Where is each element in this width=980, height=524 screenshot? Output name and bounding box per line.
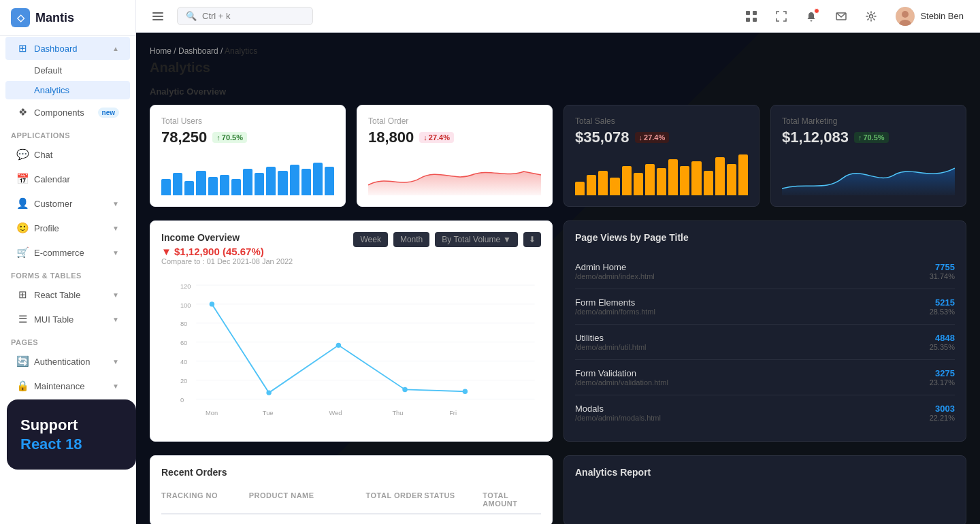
stat-label-order: Total Order bbox=[368, 116, 541, 126]
stat-card-order: Total Order 18,800 ↓ 27.4% bbox=[357, 105, 553, 207]
sidebar-item-chat[interactable]: 💬 Chat bbox=[5, 143, 130, 166]
income-compare: Compare to : 01 Dec 2021-08 Jan 2022 bbox=[161, 257, 293, 265]
support-popup: Support React 18 bbox=[7, 399, 136, 470]
chevron-up-icon: ▲ bbox=[112, 45, 119, 52]
stat-card-marketing: Total Marketing $1,12,083 ↑ 70.5% bbox=[770, 105, 966, 207]
pv-count: 3003 bbox=[930, 404, 955, 414]
svg-rect-5 bbox=[746, 18, 750, 22]
sidebar-item-components[interactable]: ❖ Components new bbox=[5, 101, 130, 124]
svg-rect-6 bbox=[753, 18, 757, 22]
svg-text:Wed: Wed bbox=[329, 410, 342, 416]
user-name: Stebin Ben bbox=[920, 11, 964, 21]
bar-gold bbox=[634, 173, 643, 195]
sidebar-dashboard-label: Dashboard bbox=[34, 44, 78, 54]
svg-point-8 bbox=[870, 14, 873, 18]
stats-cards-row: Total Users 78,250 ↑ 70.5% bbox=[150, 105, 966, 207]
pv-pct: 23.17% bbox=[930, 378, 955, 387]
svg-text:Thu: Thu bbox=[392, 410, 403, 416]
area-chart-marketing bbox=[782, 154, 955, 195]
svg-rect-2 bbox=[152, 19, 163, 20]
menu-toggle-button[interactable] bbox=[147, 5, 169, 27]
month-button[interactable]: Month bbox=[393, 232, 429, 247]
notifications-icon-button[interactable] bbox=[800, 5, 822, 27]
bar bbox=[266, 167, 276, 195]
pv-right: 3275 23.17% bbox=[930, 368, 955, 387]
fullscreen-icon-button[interactable] bbox=[770, 5, 792, 27]
recent-orders-card: Recent Orders Tracking No Product Name T… bbox=[150, 455, 553, 524]
topbar-left: 🔍 bbox=[147, 5, 313, 27]
apps-icon-button[interactable] bbox=[740, 5, 762, 27]
pv-list-item: Form Validation /demo/admin/validation.h… bbox=[575, 360, 955, 395]
topbar: 🔍 bbox=[136, 0, 980, 33]
sidebar-calendar-label: Calendar bbox=[34, 174, 70, 184]
bar bbox=[220, 175, 229, 195]
pv-left: Utilities /demo/admin/util.html bbox=[575, 333, 647, 351]
search-box[interactable]: 🔍 bbox=[177, 7, 313, 25]
pv-name: Utilities bbox=[575, 333, 647, 343]
bar-gold bbox=[657, 168, 666, 195]
breadcrumb: Home / Dashboard / Analytics bbox=[150, 46, 966, 56]
bar bbox=[231, 179, 241, 195]
sidebar-item-mui-table[interactable]: ☰ MUI Table ▼ bbox=[5, 308, 130, 331]
section-forms: Forms & Tables bbox=[0, 265, 135, 282]
bar-gold bbox=[598, 171, 608, 195]
pv-list-item: Utilities /demo/admin/util.html 4848 25.… bbox=[575, 325, 955, 360]
sidebar-item-profile[interactable]: 🙂 Profile ▼ bbox=[5, 216, 130, 240]
stat-badge-order: ↓ 27.4% bbox=[419, 132, 454, 143]
sidebar-sub-default[interactable]: Default bbox=[5, 61, 130, 80]
stat-value-row-order: 18,800 ↓ 27.4% bbox=[368, 129, 541, 146]
stat-label-sales: Total Sales bbox=[575, 116, 748, 126]
svg-point-29 bbox=[402, 387, 407, 392]
bar bbox=[301, 169, 311, 195]
svg-rect-3 bbox=[746, 11, 750, 15]
svg-text:Tue: Tue bbox=[263, 410, 274, 416]
section-pages: Pages bbox=[0, 331, 135, 349]
breadcrumb-dashboard[interactable]: Dashboard bbox=[178, 46, 218, 56]
logo-text: Mantis bbox=[35, 11, 74, 25]
sidebar-item-authentication[interactable]: 🔄 Authentication ▼ bbox=[5, 350, 130, 373]
volume-button[interactable]: By Total Volume ▼ bbox=[435, 232, 518, 247]
sidebar-item-dashboard[interactable]: ⊞ Dashboard ▲ bbox=[5, 37, 130, 60]
breadcrumb-home[interactable]: Home bbox=[150, 46, 172, 56]
chevron-down-icon-6: ▼ bbox=[112, 358, 119, 365]
bar-gold bbox=[680, 166, 689, 195]
th-total-order: Total Order bbox=[365, 491, 424, 508]
middle-section: Income Overview ▼ $1,12,900 (45.67%) Com… bbox=[150, 220, 966, 442]
user-chip[interactable]: Stebin Ben bbox=[890, 4, 969, 29]
svg-text:80: 80 bbox=[180, 321, 187, 327]
mail-icon-button[interactable] bbox=[830, 5, 852, 27]
sidebar-item-ecommerce[interactable]: 🛒 E-commerce ▼ bbox=[5, 241, 130, 264]
support-popup-title: Support bbox=[20, 416, 122, 436]
up-arrow-icon-2: ↑ bbox=[858, 133, 862, 142]
sidebar-sub-analytics[interactable]: Analytics bbox=[5, 81, 130, 99]
week-button[interactable]: Week bbox=[353, 232, 387, 247]
svg-text:0: 0 bbox=[180, 397, 184, 404]
section-applications: Applications bbox=[0, 125, 135, 142]
bar bbox=[313, 163, 323, 195]
sidebar-item-react-table[interactable]: ⊞ React Table ▼ bbox=[5, 283, 130, 306]
stat-value-row-users: 78,250 ↑ 70.5% bbox=[161, 129, 334, 146]
stat-badge-users: ↑ 70.5% bbox=[212, 132, 247, 143]
settings-icon-button[interactable] bbox=[860, 5, 882, 27]
pv-list-item: Admin Home /demo/admin/index.html 7755 3… bbox=[575, 254, 955, 289]
download-button[interactable]: ⬇ bbox=[523, 232, 541, 247]
sidebar-item-customer[interactable]: 👤 Customer ▼ bbox=[5, 192, 130, 215]
income-line-chart: 120 100 80 60 40 20 0 bbox=[161, 274, 541, 423]
bar bbox=[290, 165, 299, 195]
dashboard-icon: ⊞ bbox=[16, 42, 29, 54]
sidebar-logo[interactable]: ◇ Mantis bbox=[0, 0, 135, 36]
topbar-right: Stebin Ben bbox=[740, 4, 969, 29]
sidebar-customer-label: Customer bbox=[34, 199, 72, 209]
pv-name: Admin Home bbox=[575, 262, 655, 272]
user-avatar bbox=[896, 7, 915, 26]
sidebar-item-maintenance[interactable]: 🔒 Maintenance ▼ bbox=[5, 374, 130, 397]
th-status: Status bbox=[424, 491, 483, 508]
search-input[interactable] bbox=[202, 11, 297, 21]
logo-icon: ◇ bbox=[11, 8, 30, 27]
sidebar-item-calendar[interactable]: 📅 Calendar bbox=[5, 167, 130, 191]
page-views-card: Page Views by Page Title Admin Home /dem… bbox=[564, 220, 966, 442]
bar-gold bbox=[715, 157, 725, 195]
stat-label-marketing: Total Marketing bbox=[782, 116, 955, 126]
down-arrow-icon-2: ↓ bbox=[639, 133, 643, 142]
bar bbox=[255, 173, 264, 195]
